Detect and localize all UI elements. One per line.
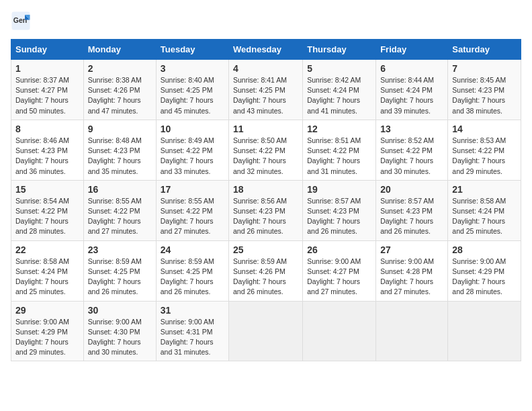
day-info: Sunrise: 9:00 AMSunset: 4:27 PMDaylight:… — [307, 257, 361, 296]
calendar-cell: 10 Sunrise: 8:49 AMSunset: 4:22 PMDaylig… — [156, 120, 228, 180]
day-info: Sunrise: 8:58 AMSunset: 4:24 PMDaylight:… — [15, 257, 69, 296]
calendar-cell: 29 Sunrise: 9:00 AMSunset: 4:29 PMDaylig… — [11, 301, 84, 361]
day-number: 23 — [88, 244, 152, 255]
day-number: 16 — [88, 184, 152, 195]
calendar-cell: 31 Sunrise: 9:00 AMSunset: 4:31 PMDaylig… — [156, 301, 228, 361]
day-number: 26 — [307, 244, 371, 255]
calendar-week-row: 8 Sunrise: 8:46 AMSunset: 4:23 PMDayligh… — [11, 120, 521, 180]
calendar-cell: 6 Sunrise: 8:44 AMSunset: 4:24 PMDayligh… — [376, 60, 448, 120]
day-number: 14 — [452, 124, 517, 134]
day-info: Sunrise: 9:00 AMSunset: 4:29 PMDaylight:… — [452, 257, 506, 296]
day-number: 8 — [15, 124, 79, 134]
day-info: Sunrise: 8:41 AMSunset: 4:25 PMDaylight:… — [233, 76, 287, 115]
weekday-header: Tuesday — [156, 40, 228, 60]
day-info: Sunrise: 8:44 AMSunset: 4:24 PMDaylight:… — [380, 76, 434, 115]
calendar-cell: 12 Sunrise: 8:51 AMSunset: 4:22 PMDaylig… — [303, 120, 376, 180]
calendar-cell: 27 Sunrise: 9:00 AMSunset: 4:28 PMDaylig… — [376, 240, 448, 301]
calendar-cell: 5 Sunrise: 8:42 AMSunset: 4:24 PMDayligh… — [303, 60, 376, 120]
day-info: Sunrise: 8:50 AMSunset: 4:22 PMDaylight:… — [233, 136, 287, 175]
day-info: Sunrise: 8:53 AMSunset: 4:22 PMDaylight:… — [452, 136, 506, 175]
day-number: 1 — [15, 63, 79, 74]
day-number: 24 — [161, 244, 224, 255]
calendar-week-row: 15 Sunrise: 8:54 AMSunset: 4:22 PMDaylig… — [11, 180, 521, 240]
day-number: 21 — [452, 184, 517, 195]
day-info: Sunrise: 9:00 AMSunset: 4:31 PMDaylight:… — [161, 318, 214, 357]
calendar-cell: 9 Sunrise: 8:48 AMSunset: 4:23 PMDayligh… — [83, 120, 156, 180]
day-number: 15 — [15, 184, 79, 195]
calendar-cell — [229, 301, 303, 361]
day-info: Sunrise: 8:57 AMSunset: 4:23 PMDaylight:… — [307, 197, 361, 236]
day-number: 2 — [88, 63, 152, 74]
calendar-cell: 24 Sunrise: 8:59 AMSunset: 4:25 PMDaylig… — [156, 240, 228, 301]
page-header: Gen — [11, 11, 521, 31]
day-info: Sunrise: 8:40 AMSunset: 4:25 PMDaylight:… — [161, 76, 214, 115]
day-info: Sunrise: 8:55 AMSunset: 4:22 PMDaylight:… — [161, 197, 214, 236]
day-info: Sunrise: 8:38 AMSunset: 4:26 PMDaylight:… — [88, 76, 142, 115]
weekday-header: Thursday — [303, 40, 376, 60]
day-info: Sunrise: 8:48 AMSunset: 4:23 PMDaylight:… — [88, 136, 142, 175]
calendar-table: SundayMondayTuesdayWednesdayThursdayFrid… — [11, 39, 521, 361]
day-info: Sunrise: 8:57 AMSunset: 4:23 PMDaylight:… — [380, 197, 434, 236]
weekday-header: Wednesday — [229, 40, 303, 60]
calendar-cell: 28 Sunrise: 9:00 AMSunset: 4:29 PMDaylig… — [448, 240, 521, 301]
day-number: 17 — [161, 184, 224, 195]
day-number: 20 — [380, 184, 443, 195]
day-number: 19 — [307, 184, 371, 195]
calendar-cell: 14 Sunrise: 8:53 AMSunset: 4:22 PMDaylig… — [448, 120, 521, 180]
day-info: Sunrise: 8:56 AMSunset: 4:23 PMDaylight:… — [233, 197, 287, 236]
calendar-cell: 8 Sunrise: 8:46 AMSunset: 4:23 PMDayligh… — [11, 120, 84, 180]
calendar-cell: 13 Sunrise: 8:52 AMSunset: 4:22 PMDaylig… — [376, 120, 448, 180]
day-info: Sunrise: 9:00 AMSunset: 4:29 PMDaylight:… — [15, 318, 69, 357]
calendar-cell: 23 Sunrise: 8:59 AMSunset: 4:25 PMDaylig… — [83, 240, 156, 301]
day-info: Sunrise: 9:00 AMSunset: 4:30 PMDaylight:… — [88, 318, 142, 357]
calendar-cell: 4 Sunrise: 8:41 AMSunset: 4:25 PMDayligh… — [229, 60, 303, 120]
day-number: 3 — [161, 63, 224, 74]
logo: Gen — [11, 11, 34, 31]
calendar-cell — [376, 301, 448, 361]
calendar-cell: 16 Sunrise: 8:55 AMSunset: 4:22 PMDaylig… — [83, 180, 156, 240]
calendar-cell: 3 Sunrise: 8:40 AMSunset: 4:25 PMDayligh… — [156, 60, 228, 120]
day-number: 12 — [307, 124, 371, 134]
weekday-header: Friday — [376, 40, 448, 60]
calendar-cell: 7 Sunrise: 8:45 AMSunset: 4:23 PMDayligh… — [448, 60, 521, 120]
calendar-week-row: 22 Sunrise: 8:58 AMSunset: 4:24 PMDaylig… — [11, 240, 521, 301]
calendar-cell: 17 Sunrise: 8:55 AMSunset: 4:22 PMDaylig… — [156, 180, 228, 240]
day-info: Sunrise: 8:49 AMSunset: 4:22 PMDaylight:… — [161, 136, 214, 175]
weekday-header: Saturday — [448, 40, 521, 60]
day-number: 31 — [161, 305, 224, 316]
day-number: 7 — [452, 63, 517, 74]
day-info: Sunrise: 8:59 AMSunset: 4:26 PMDaylight:… — [233, 257, 287, 296]
calendar-cell: 11 Sunrise: 8:50 AMSunset: 4:22 PMDaylig… — [229, 120, 303, 180]
calendar-cell: 26 Sunrise: 9:00 AMSunset: 4:27 PMDaylig… — [303, 240, 376, 301]
day-number: 4 — [233, 63, 298, 74]
day-info: Sunrise: 8:59 AMSunset: 4:25 PMDaylight:… — [88, 257, 142, 296]
day-info: Sunrise: 8:58 AMSunset: 4:24 PMDaylight:… — [452, 197, 506, 236]
calendar-cell: 1 Sunrise: 8:37 AMSunset: 4:27 PMDayligh… — [11, 60, 84, 120]
calendar-cell: 21 Sunrise: 8:58 AMSunset: 4:24 PMDaylig… — [448, 180, 521, 240]
logo-icon: Gen — [11, 11, 31, 31]
calendar-week-row: 29 Sunrise: 9:00 AMSunset: 4:29 PMDaylig… — [11, 301, 521, 361]
calendar-header-row: SundayMondayTuesdayWednesdayThursdayFrid… — [11, 40, 521, 60]
calendar-cell: 2 Sunrise: 8:38 AMSunset: 4:26 PMDayligh… — [83, 60, 156, 120]
calendar-cell: 18 Sunrise: 8:56 AMSunset: 4:23 PMDaylig… — [229, 180, 303, 240]
day-number: 30 — [88, 305, 152, 316]
day-info: Sunrise: 8:55 AMSunset: 4:22 PMDaylight:… — [88, 197, 142, 236]
day-info: Sunrise: 8:45 AMSunset: 4:23 PMDaylight:… — [452, 76, 506, 115]
calendar-cell: 19 Sunrise: 8:57 AMSunset: 4:23 PMDaylig… — [303, 180, 376, 240]
calendar-cell: 25 Sunrise: 8:59 AMSunset: 4:26 PMDaylig… — [229, 240, 303, 301]
calendar-cell — [303, 301, 376, 361]
calendar-cell: 22 Sunrise: 8:58 AMSunset: 4:24 PMDaylig… — [11, 240, 84, 301]
day-info: Sunrise: 8:37 AMSunset: 4:27 PMDaylight:… — [15, 76, 69, 115]
day-info: Sunrise: 8:59 AMSunset: 4:25 PMDaylight:… — [161, 257, 214, 296]
weekday-header: Monday — [83, 40, 156, 60]
calendar-cell: 30 Sunrise: 9:00 AMSunset: 4:30 PMDaylig… — [83, 301, 156, 361]
day-number: 27 — [380, 244, 443, 255]
day-number: 18 — [233, 184, 298, 195]
calendar-week-row: 1 Sunrise: 8:37 AMSunset: 4:27 PMDayligh… — [11, 60, 521, 120]
day-info: Sunrise: 8:42 AMSunset: 4:24 PMDaylight:… — [307, 76, 361, 115]
day-number: 10 — [161, 124, 224, 134]
day-number: 11 — [233, 124, 298, 134]
calendar-cell — [448, 301, 521, 361]
day-number: 25 — [233, 244, 298, 255]
calendar-cell: 15 Sunrise: 8:54 AMSunset: 4:22 PMDaylig… — [11, 180, 84, 240]
